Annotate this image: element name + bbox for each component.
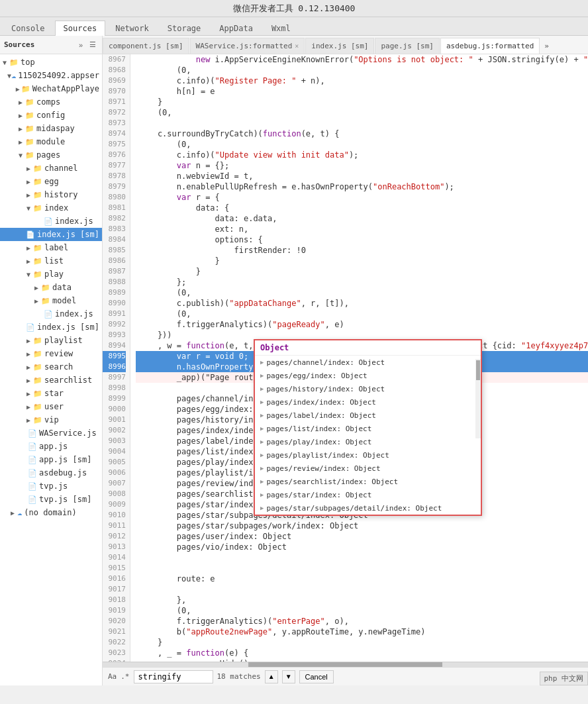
search-cancel-btn[interactable]: Cancel xyxy=(299,670,334,683)
tree-arrow[interactable]: ▶ xyxy=(26,165,33,172)
file-tab[interactable]: WAService.js:formatted× xyxy=(190,38,305,54)
tree-item-icon: 📄 xyxy=(44,310,53,319)
tree-item[interactable]: 📄index.js xyxy=(0,215,102,228)
popup-list-item[interactable]: ▶pages/searchlist/index: Object xyxy=(255,475,481,488)
tree-item[interactable]: ▼ 📁pages xyxy=(0,148,102,162)
search-regex-toggle[interactable]: .* xyxy=(121,672,129,681)
search-case-toggle[interactable]: Aa xyxy=(108,672,117,681)
tree-arrow[interactable]: ▼ xyxy=(3,59,9,66)
sources-menu-btn[interactable]: ☰ xyxy=(87,40,98,50)
tab-console[interactable]: Console xyxy=(3,21,54,36)
file-tab[interactable]: index.js [sm] xyxy=(305,38,374,54)
tree-item[interactable]: 📄tvp.js [sm] xyxy=(0,493,102,506)
tree-arrow[interactable]: ▶ xyxy=(26,258,33,265)
file-tab[interactable]: page.js [sm] xyxy=(375,38,439,54)
tree-item[interactable]: ▶ 📁midaspay xyxy=(0,122,102,135)
tab-wxml[interactable]: Wxml xyxy=(263,21,299,36)
tree-item[interactable]: ▶ 📁review xyxy=(0,347,102,360)
tree-arrow[interactable]: ▶ xyxy=(19,112,25,119)
tree-arrow[interactable]: ▶ xyxy=(26,191,33,199)
popup-list-item[interactable]: ▶pages/history/index: Object xyxy=(255,382,481,395)
tab-sources[interactable]: Sources xyxy=(55,21,106,36)
tree-item[interactable]: 📄WAService.js xyxy=(0,427,102,440)
tree-item[interactable]: ▶ 📁module xyxy=(0,135,102,148)
tree-arrow[interactable]: ▶ xyxy=(26,337,33,344)
tree-item[interactable]: 📄index.js [sm] xyxy=(0,321,102,334)
tree-arrow[interactable]: ▶ xyxy=(19,138,25,146)
tree-item[interactable]: ▶ 📁data xyxy=(0,281,102,294)
tree-item[interactable]: ▼ 📁play xyxy=(0,268,102,281)
tree-arrow[interactable]: ▶ xyxy=(19,99,25,106)
tab-storage[interactable]: Storage xyxy=(159,21,210,36)
search-prev-btn[interactable]: ▲ xyxy=(265,670,278,683)
popup-list[interactable]: ▶pages/channel/index: Object▶pages/egg/i… xyxy=(255,356,481,515)
popup-list-item[interactable]: ▶pages/list/index: Object xyxy=(255,422,481,435)
file-tab[interactable]: component.js [sm] xyxy=(103,38,189,54)
popup-list-item[interactable]: ▶pages/index/index: Object xyxy=(255,395,481,409)
tree-item[interactable]: ▶ 📁star xyxy=(0,387,102,400)
file-tabs-more[interactable]: » xyxy=(540,38,553,54)
tree-arrow[interactable]: ▼ xyxy=(19,152,25,159)
tree-arrow[interactable]: ▶ xyxy=(26,377,33,384)
tree-arrow[interactable]: ▶ xyxy=(26,364,33,371)
tree-item[interactable]: 📄index.js [sm] xyxy=(0,228,102,241)
search-next-btn[interactable]: ▼ xyxy=(282,670,295,683)
popup-list-item[interactable]: ▶pages/label/index: Object xyxy=(255,409,481,422)
tree-item[interactable]: ▶ 📁channel xyxy=(0,162,102,175)
tree-arrow[interactable]: ▶ xyxy=(26,350,33,358)
tree-arrow[interactable]: ▼ xyxy=(26,205,33,212)
tree-item[interactable]: ▼ ☁ 1150254092.appser xyxy=(0,69,102,82)
tree-item[interactable]: ▶ 📁comps xyxy=(0,95,102,109)
popup-scrollbar-thumb[interactable] xyxy=(476,360,480,380)
tree-item[interactable]: ▼ 📁index xyxy=(0,201,102,215)
tree-arrow[interactable]: ▶ xyxy=(34,284,41,291)
tree-item[interactable]: ▶ 📁list xyxy=(0,254,102,268)
popup-list-item[interactable]: ▶pages/playlist/index: Object xyxy=(255,448,481,462)
tree-arrow[interactable]: ▶ xyxy=(26,390,33,397)
file-tab-close[interactable]: × xyxy=(295,42,299,50)
popup-list-item[interactable]: ▶pages/star/subpages/detail/index: Objec… xyxy=(255,501,481,515)
tree-item[interactable]: 📄index.js xyxy=(0,307,102,321)
tree-item[interactable]: ▶ 📁vip xyxy=(0,413,102,427)
tree-item[interactable]: 📄app.js [sm] xyxy=(0,453,102,466)
tree-item[interactable]: ▶ 📁label xyxy=(0,241,102,254)
popup-list-item[interactable]: ▶pages/review/index: Object xyxy=(255,462,481,475)
tree-arrow[interactable]: ▶ xyxy=(16,85,21,93)
tab-network[interactable]: Network xyxy=(107,21,158,36)
tree-item[interactable]: ▶ 📁config xyxy=(0,109,102,122)
tree-arrow[interactable]: ▶ xyxy=(26,403,33,411)
tree-item[interactable]: ▶ ☁ (no domain) xyxy=(0,506,102,519)
tree-item[interactable]: ▶ 📁model xyxy=(0,294,102,307)
sources-more-btn[interactable]: » xyxy=(77,40,85,50)
tree-arrow[interactable]: ▼ xyxy=(26,271,33,278)
tree-item[interactable]: ▼ 📁top xyxy=(0,56,102,69)
tree-item[interactable]: ▶ 📁user xyxy=(0,400,102,413)
tree-item[interactable]: ▶ 📁egg xyxy=(0,175,102,188)
tree-item[interactable]: ▶ 📁search xyxy=(0,360,102,374)
popup-list-item[interactable]: ▶pages/egg/index: Object xyxy=(255,369,481,382)
tree-item[interactable]: ▶ 📁WechatAppPlaye xyxy=(0,82,102,95)
tree-item[interactable]: 📄asdebug.js xyxy=(0,466,102,479)
regex-icon: .* xyxy=(121,672,129,681)
tree-arrow[interactable]: ▶ xyxy=(19,125,25,132)
tree-arrow[interactable]: ▶ xyxy=(26,178,33,185)
tree-arrow[interactable]: ▶ xyxy=(26,417,33,424)
tree-item[interactable]: 📄app.js xyxy=(0,440,102,453)
horizontal-scrollbar[interactable] xyxy=(103,662,588,667)
tree-item[interactable]: 📄tvp.js xyxy=(0,479,102,493)
tree-item[interactable]: ▶ 📁searchlist xyxy=(0,374,102,387)
popup-list-item[interactable]: ▶pages/star/index: Object xyxy=(255,488,481,501)
popup-list-item[interactable]: ▶pages/channel/index: Object xyxy=(255,356,481,369)
tab-appdata[interactable]: AppData xyxy=(211,21,262,36)
line-number: 8985 xyxy=(103,245,126,256)
line-number: 8986 xyxy=(103,256,126,266)
tree-arrow[interactable]: ▶ xyxy=(11,509,17,517)
tree-arrow[interactable]: ▶ xyxy=(34,297,41,305)
file-tab[interactable]: asdebug.js:formatted xyxy=(440,38,540,54)
popup-list-item[interactable]: ▶pages/play/index: Object xyxy=(255,435,481,448)
popup-scrollbar[interactable] xyxy=(475,359,481,438)
tree-arrow[interactable]: ▶ xyxy=(26,244,33,252)
tree-item[interactable]: ▶ 📁playlist xyxy=(0,334,102,347)
tree-item[interactable]: ▶ 📁history xyxy=(0,188,102,201)
search-input[interactable] xyxy=(134,670,213,683)
